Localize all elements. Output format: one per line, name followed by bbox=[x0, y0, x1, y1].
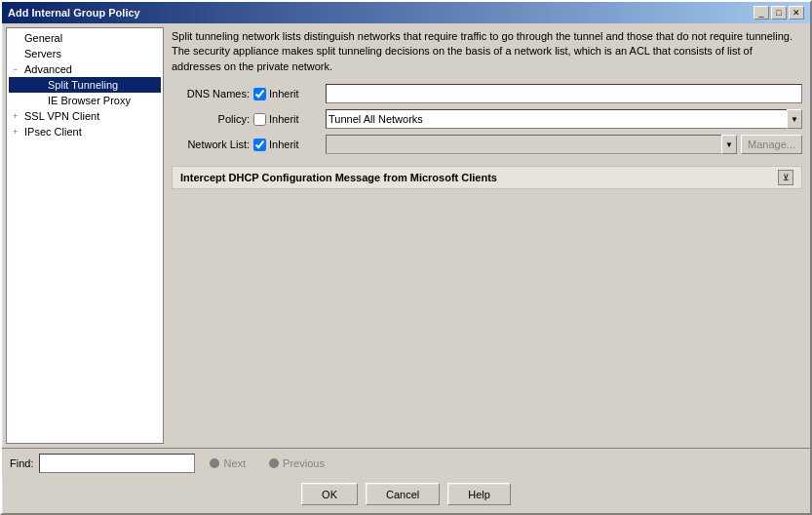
network-list-inherit: Inherit bbox=[253, 139, 322, 151]
dns-names-inherit: Inherit bbox=[253, 88, 322, 100]
policy-select-wrapper: Tunnel All Networks Tunnel Network List … bbox=[326, 109, 802, 129]
expand-icon-ipsec: + bbox=[13, 127, 24, 137]
policy-inherit: Inherit bbox=[253, 113, 322, 126]
sidebar-label-general: General bbox=[24, 32, 62, 44]
previous-button: Previous bbox=[260, 454, 333, 473]
title-bar-controls: _ □ ✕ bbox=[754, 6, 804, 20]
section-collapse-button[interactable]: ⊻ bbox=[778, 170, 793, 185]
close-button[interactable]: ✕ bbox=[789, 6, 804, 20]
network-list-checkbox[interactable] bbox=[253, 139, 266, 151]
window-title: Add Internal Group Policy bbox=[8, 7, 140, 19]
policy-checkbox[interactable] bbox=[253, 113, 266, 126]
sidebar-item-ssl-vpn-client[interactable]: + SSL VPN Client bbox=[9, 108, 161, 124]
minimize-button[interactable]: _ bbox=[754, 6, 769, 20]
policy-select[interactable]: Tunnel All Networks Tunnel Network List … bbox=[326, 109, 802, 129]
find-input[interactable] bbox=[39, 454, 195, 473]
sidebar-item-ie-browser-proxy[interactable]: IE Browser Proxy bbox=[9, 93, 161, 108]
sidebar-item-advanced[interactable]: − Advanced bbox=[9, 61, 161, 77]
expand-icon-advanced: − bbox=[13, 64, 24, 74]
network-list-select-wrapper: ▼ bbox=[326, 135, 737, 154]
spacer bbox=[172, 189, 802, 444]
main-window: Add Internal Group Policy _ □ ✕ General … bbox=[0, 0, 812, 515]
sidebar-item-general[interactable]: General bbox=[9, 30, 161, 46]
dhcp-section-title: Intercept DHCP Configuration Message fro… bbox=[180, 172, 497, 183]
prev-label: Previous bbox=[283, 457, 325, 469]
expand-icon-ssl-vpn: + bbox=[13, 111, 24, 121]
next-label: Next bbox=[223, 457, 246, 469]
title-bar: Add Internal Group Policy _ □ ✕ bbox=[2, 2, 810, 23]
sidebar-item-ipsec-client[interactable]: + IPsec Client bbox=[9, 124, 161, 139]
sidebar-label-ie-browser: IE Browser Proxy bbox=[48, 95, 131, 106]
policy-row: Policy: Inherit Tunnel All Networks Tunn… bbox=[172, 109, 802, 129]
dns-names-label: DNS Names: bbox=[172, 88, 250, 99]
bottom-buttons: OK Cancel Help bbox=[2, 477, 810, 513]
prev-dot-icon bbox=[269, 458, 279, 468]
sidebar-label-servers: Servers bbox=[24, 48, 61, 59]
help-button[interactable]: Help bbox=[447, 483, 511, 505]
next-dot-icon bbox=[210, 458, 219, 468]
dns-names-input[interactable] bbox=[326, 84, 802, 103]
manage-button[interactable]: Manage... bbox=[741, 135, 802, 154]
policy-inherit-label: Inherit bbox=[269, 113, 299, 125]
policy-label: Policy: bbox=[172, 113, 250, 125]
window-body: General Servers − Advanced Split Tunneli… bbox=[2, 23, 810, 513]
next-button: Next bbox=[201, 454, 254, 473]
network-list-select[interactable] bbox=[326, 135, 737, 154]
dns-names-checkbox[interactable] bbox=[253, 88, 266, 100]
network-list-label: Network List: bbox=[172, 139, 250, 150]
form-rows: DNS Names: Inherit Policy: Inherit bbox=[172, 84, 802, 154]
sidebar: General Servers − Advanced Split Tunneli… bbox=[6, 27, 164, 444]
find-label: Find: bbox=[10, 457, 33, 469]
sidebar-label-split-tunneling: Split Tunneling bbox=[48, 79, 118, 91]
sidebar-label-ssl-vpn: SSL VPN Client bbox=[24, 110, 99, 122]
dns-names-inherit-label: Inherit bbox=[269, 88, 299, 99]
network-list-row: Network List: Inherit ▼ Manage... bbox=[172, 135, 802, 154]
dhcp-section-header[interactable]: Intercept DHCP Configuration Message fro… bbox=[172, 166, 802, 189]
sidebar-item-servers[interactable]: Servers bbox=[9, 46, 161, 61]
find-bar: Find: Next Previous bbox=[2, 448, 810, 477]
sidebar-item-split-tunneling[interactable]: Split Tunneling bbox=[9, 77, 161, 93]
description-text: Split tunneling network lists distinguis… bbox=[172, 29, 802, 74]
content-area: Split tunneling network lists distinguis… bbox=[164, 23, 810, 448]
main-area: General Servers − Advanced Split Tunneli… bbox=[2, 23, 810, 448]
cancel-button[interactable]: Cancel bbox=[366, 483, 440, 505]
dns-names-row: DNS Names: Inherit bbox=[172, 84, 802, 103]
sidebar-label-advanced: Advanced bbox=[24, 63, 72, 75]
network-list-inherit-label: Inherit bbox=[269, 139, 299, 150]
ok-button[interactable]: OK bbox=[301, 483, 358, 505]
maximize-button[interactable]: □ bbox=[771, 6, 787, 20]
sidebar-label-ipsec: IPsec Client bbox=[24, 126, 82, 138]
